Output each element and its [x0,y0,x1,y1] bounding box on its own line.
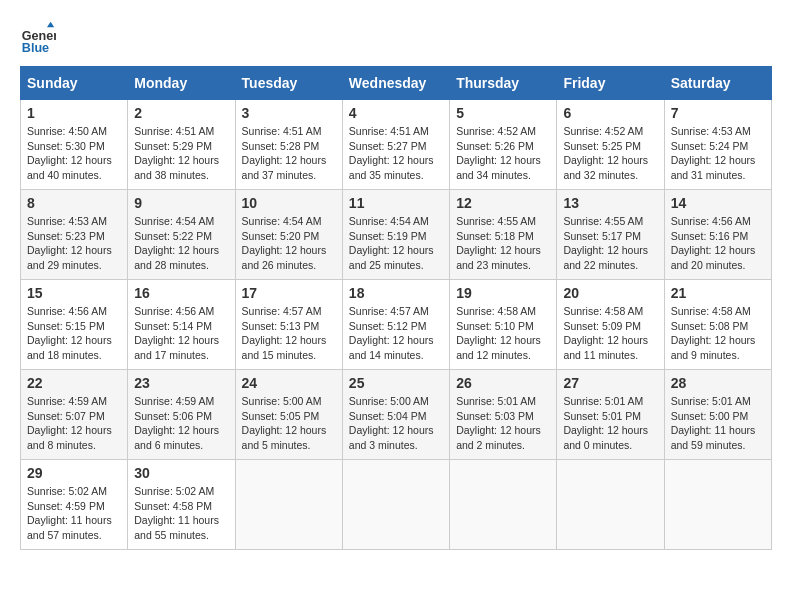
day-detail: Sunrise: 4:51 AMSunset: 5:28 PMDaylight:… [242,124,336,183]
day-number: 27 [563,375,657,391]
calendar-cell: 16 Sunrise: 4:56 AMSunset: 5:14 PMDaylig… [128,280,235,370]
day-header-thursday: Thursday [450,67,557,100]
calendar-cell: 2 Sunrise: 4:51 AMSunset: 5:29 PMDayligh… [128,100,235,190]
day-number: 5 [456,105,550,121]
calendar-cell: 29 Sunrise: 5:02 AMSunset: 4:59 PMDaylig… [21,460,128,550]
day-number: 11 [349,195,443,211]
day-detail: Sunrise: 4:58 AMSunset: 5:10 PMDaylight:… [456,304,550,363]
day-detail: Sunrise: 4:59 AMSunset: 5:06 PMDaylight:… [134,394,228,453]
day-number: 3 [242,105,336,121]
day-detail: Sunrise: 5:02 AMSunset: 4:59 PMDaylight:… [27,484,121,543]
calendar-cell: 17 Sunrise: 4:57 AMSunset: 5:13 PMDaylig… [235,280,342,370]
calendar-cell: 22 Sunrise: 4:59 AMSunset: 5:07 PMDaylig… [21,370,128,460]
calendar-cell: 5 Sunrise: 4:52 AMSunset: 5:26 PMDayligh… [450,100,557,190]
day-number: 18 [349,285,443,301]
day-detail: Sunrise: 5:00 AMSunset: 5:05 PMDaylight:… [242,394,336,453]
day-number: 16 [134,285,228,301]
day-number: 22 [27,375,121,391]
calendar-table: SundayMondayTuesdayWednesdayThursdayFrid… [20,66,772,550]
calendar-cell [664,460,771,550]
calendar-cell: 7 Sunrise: 4:53 AMSunset: 5:24 PMDayligh… [664,100,771,190]
day-number: 20 [563,285,657,301]
calendar-cell: 21 Sunrise: 4:58 AMSunset: 5:08 PMDaylig… [664,280,771,370]
calendar-cell: 25 Sunrise: 5:00 AMSunset: 5:04 PMDaylig… [342,370,449,460]
svg-marker-2 [47,22,54,27]
calendar-header-row: SundayMondayTuesdayWednesdayThursdayFrid… [21,67,772,100]
day-number: 30 [134,465,228,481]
day-number: 23 [134,375,228,391]
day-detail: Sunrise: 4:57 AMSunset: 5:12 PMDaylight:… [349,304,443,363]
day-number: 26 [456,375,550,391]
day-detail: Sunrise: 5:01 AMSunset: 5:00 PMDaylight:… [671,394,765,453]
calendar-cell: 8 Sunrise: 4:53 AMSunset: 5:23 PMDayligh… [21,190,128,280]
day-detail: Sunrise: 4:51 AMSunset: 5:27 PMDaylight:… [349,124,443,183]
day-detail: Sunrise: 5:01 AMSunset: 5:01 PMDaylight:… [563,394,657,453]
calendar-cell [342,460,449,550]
day-number: 1 [27,105,121,121]
calendar-body: 1 Sunrise: 4:50 AMSunset: 5:30 PMDayligh… [21,100,772,550]
day-detail: Sunrise: 4:58 AMSunset: 5:09 PMDaylight:… [563,304,657,363]
calendar-cell: 12 Sunrise: 4:55 AMSunset: 5:18 PMDaylig… [450,190,557,280]
page-header: General Blue [20,20,772,56]
day-number: 28 [671,375,765,391]
day-detail: Sunrise: 4:53 AMSunset: 5:24 PMDaylight:… [671,124,765,183]
day-number: 4 [349,105,443,121]
calendar-cell: 1 Sunrise: 4:50 AMSunset: 5:30 PMDayligh… [21,100,128,190]
day-number: 15 [27,285,121,301]
calendar-cell: 27 Sunrise: 5:01 AMSunset: 5:01 PMDaylig… [557,370,664,460]
day-detail: Sunrise: 4:52 AMSunset: 5:26 PMDaylight:… [456,124,550,183]
calendar-cell: 28 Sunrise: 5:01 AMSunset: 5:00 PMDaylig… [664,370,771,460]
calendar-cell: 15 Sunrise: 4:56 AMSunset: 5:15 PMDaylig… [21,280,128,370]
calendar-cell: 30 Sunrise: 5:02 AMSunset: 4:58 PMDaylig… [128,460,235,550]
calendar-cell: 26 Sunrise: 5:01 AMSunset: 5:03 PMDaylig… [450,370,557,460]
day-detail: Sunrise: 5:02 AMSunset: 4:58 PMDaylight:… [134,484,228,543]
day-number: 21 [671,285,765,301]
calendar-cell [450,460,557,550]
day-detail: Sunrise: 4:54 AMSunset: 5:20 PMDaylight:… [242,214,336,273]
day-number: 12 [456,195,550,211]
calendar-cell: 11 Sunrise: 4:54 AMSunset: 5:19 PMDaylig… [342,190,449,280]
day-detail: Sunrise: 4:50 AMSunset: 5:30 PMDaylight:… [27,124,121,183]
day-number: 10 [242,195,336,211]
calendar-cell: 13 Sunrise: 4:55 AMSunset: 5:17 PMDaylig… [557,190,664,280]
calendar-cell: 9 Sunrise: 4:54 AMSunset: 5:22 PMDayligh… [128,190,235,280]
day-detail: Sunrise: 4:52 AMSunset: 5:25 PMDaylight:… [563,124,657,183]
day-header-tuesday: Tuesday [235,67,342,100]
day-number: 13 [563,195,657,211]
day-detail: Sunrise: 4:59 AMSunset: 5:07 PMDaylight:… [27,394,121,453]
day-detail: Sunrise: 4:58 AMSunset: 5:08 PMDaylight:… [671,304,765,363]
day-detail: Sunrise: 4:56 AMSunset: 5:15 PMDaylight:… [27,304,121,363]
calendar-cell: 3 Sunrise: 4:51 AMSunset: 5:28 PMDayligh… [235,100,342,190]
day-number: 9 [134,195,228,211]
day-number: 24 [242,375,336,391]
day-detail: Sunrise: 4:54 AMSunset: 5:22 PMDaylight:… [134,214,228,273]
calendar-cell: 23 Sunrise: 4:59 AMSunset: 5:06 PMDaylig… [128,370,235,460]
day-detail: Sunrise: 4:51 AMSunset: 5:29 PMDaylight:… [134,124,228,183]
day-header-sunday: Sunday [21,67,128,100]
day-detail: Sunrise: 4:53 AMSunset: 5:23 PMDaylight:… [27,214,121,273]
day-number: 6 [563,105,657,121]
day-number: 7 [671,105,765,121]
calendar-cell: 14 Sunrise: 4:56 AMSunset: 5:16 PMDaylig… [664,190,771,280]
day-number: 25 [349,375,443,391]
day-header-monday: Monday [128,67,235,100]
day-detail: Sunrise: 5:01 AMSunset: 5:03 PMDaylight:… [456,394,550,453]
svg-text:Blue: Blue [22,41,49,55]
day-header-wednesday: Wednesday [342,67,449,100]
day-detail: Sunrise: 4:56 AMSunset: 5:16 PMDaylight:… [671,214,765,273]
calendar-cell: 6 Sunrise: 4:52 AMSunset: 5:25 PMDayligh… [557,100,664,190]
calendar-week-row: 22 Sunrise: 4:59 AMSunset: 5:07 PMDaylig… [21,370,772,460]
day-number: 14 [671,195,765,211]
day-detail: Sunrise: 5:00 AMSunset: 5:04 PMDaylight:… [349,394,443,453]
day-header-friday: Friday [557,67,664,100]
day-number: 19 [456,285,550,301]
calendar-cell: 20 Sunrise: 4:58 AMSunset: 5:09 PMDaylig… [557,280,664,370]
day-header-saturday: Saturday [664,67,771,100]
logo-icon: General Blue [20,20,56,56]
calendar-cell [557,460,664,550]
calendar-cell: 19 Sunrise: 4:58 AMSunset: 5:10 PMDaylig… [450,280,557,370]
day-number: 29 [27,465,121,481]
day-detail: Sunrise: 4:54 AMSunset: 5:19 PMDaylight:… [349,214,443,273]
calendar-week-row: 29 Sunrise: 5:02 AMSunset: 4:59 PMDaylig… [21,460,772,550]
calendar-cell [235,460,342,550]
